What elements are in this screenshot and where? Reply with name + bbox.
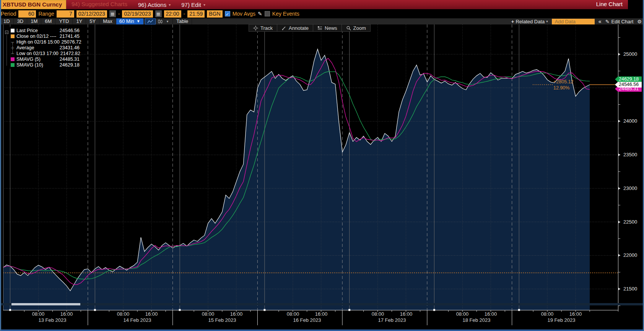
zoom-button[interactable]: Zoom — [342, 24, 371, 32]
legend-row-0[interactable]: Last Price24546.56 — [6, 28, 80, 33]
legend-collapse-icon[interactable]: – — [5, 31, 8, 34]
chart-region: – Last Price24546.56Close on 02/12 ----2… — [0, 24, 644, 331]
calendar-icon[interactable]: ▦ — [109, 10, 116, 17]
security-ticker-tab[interactable]: XBTUSD BGN Curncy — [0, 0, 66, 9]
period-input[interactable]: 60 — [18, 10, 36, 18]
y-axis-tick-arrow — [618, 120, 620, 123]
range-buttons: 1D3D1M6MYTD1Y5YMax — [0, 18, 116, 24]
pencil-icon: ✎ — [605, 19, 610, 24]
key-events-checkbox[interactable] — [265, 11, 270, 16]
suggested-charts-tab[interactable]: 94) Suggested Charts — [66, 0, 133, 9]
date-to-input[interactable]: 02/19/2023 — [122, 10, 153, 18]
range-button-5y[interactable]: 5Y — [86, 18, 99, 24]
legend-label: High on 02/16 15:00 — [16, 39, 60, 45]
x-axis-time-label: 16:00 — [145, 311, 158, 317]
range-button-1y[interactable]: 1Y — [73, 18, 86, 24]
x-axis-time-label: 16:00 — [230, 311, 243, 317]
edit-chart-label: Edit Chart — [611, 19, 634, 24]
legend-row-6[interactable]: SMAVG (10)24629.18 — [6, 62, 80, 68]
actions-menu[interactable]: 96) Actions ▾ — [133, 0, 176, 9]
x-axis-time-label: 08:00 — [541, 311, 554, 317]
y-axis-tick-arrow — [618, 254, 620, 257]
legend-row-4[interactable]: ┴Low on 02/13 17:0021472.82 — [6, 50, 80, 56]
y-axis-label: 23500 — [623, 152, 637, 157]
table-button[interactable]: Table — [172, 18, 192, 24]
y-axis-label: 22500 — [623, 219, 637, 225]
change-annotation: +2805.12 — [553, 79, 573, 84]
y-axis-tick-arrow — [618, 53, 620, 56]
line-chart-type-button[interactable] — [145, 18, 156, 24]
range-button-3d[interactable]: 3D — [14, 18, 28, 24]
x-axis-date-label: 16 Feb 2023 — [293, 317, 321, 323]
scrollbar-thumb[interactable] — [11, 303, 80, 305]
legend-value: 24546.56 — [60, 28, 80, 33]
legend-row-1[interactable]: Close on 02/12 ----21741.45 — [6, 33, 80, 39]
legend-swatch — [11, 63, 15, 67]
range-button-ytd[interactable]: YTD — [55, 18, 73, 24]
chart-type-more-dropdown[interactable]: ▾ — [165, 18, 171, 24]
edit-chart-button[interactable]: ✎ Edit Chart — [605, 19, 634, 24]
midnight-marker — [9, 309, 11, 311]
chart-view-label: Line Chart — [596, 0, 628, 9]
news-button[interactable]: News — [313, 24, 342, 32]
annotate-button[interactable]: Annotate — [277, 24, 313, 32]
horizontal-scrollbar[interactable] — [1, 303, 643, 305]
mov-avgs-checkbox[interactable]: ✓ — [225, 11, 230, 16]
line-chart-icon — [147, 19, 153, 24]
edit-menu[interactable]: 97) Edit ▾ — [176, 0, 211, 9]
x-axis-date-label: 18 Feb 2023 — [462, 317, 490, 323]
price-chart-canvas[interactable] — [3, 24, 641, 327]
legend-row-3[interactable]: ┼Average23431.46 — [6, 45, 80, 50]
x-axis-date-label: 15 Feb 2023 — [208, 317, 236, 323]
range-button-1d[interactable]: 1D — [0, 18, 14, 24]
y-axis-label: 25000 — [623, 51, 637, 57]
add-data-input[interactable]: Add Data — [552, 19, 595, 24]
time-from-input[interactable]: 22:00 — [164, 10, 181, 18]
legend-value: 24485.31 — [60, 57, 80, 62]
chart-legend: – Last Price24546.56Close on 02/12 ----2… — [5, 27, 81, 69]
chart-settings-gear-icon[interactable]: ⚙ — [637, 19, 642, 24]
midnight-marker — [433, 309, 435, 311]
period-label: Period — [1, 11, 16, 17]
collapse-panel-icon[interactable]: « — [598, 18, 602, 24]
candle-chart-type-button[interactable] — [156, 18, 165, 24]
mov-avgs-label: Mov Avgs — [233, 11, 255, 17]
legend-row-2[interactable]: ┬High on 02/16 15:0025076.72 — [6, 39, 80, 45]
price-source-field[interactable]: BGN — [207, 10, 222, 18]
calendar-icon[interactable]: ▦ — [155, 10, 162, 17]
legend-tree-line — [7, 35, 7, 66]
range-button-6m[interactable]: 6M — [41, 18, 55, 24]
legend-marker-icon: ┬ — [11, 40, 15, 44]
x-axis-date-label: 19 Feb 2023 — [547, 317, 575, 323]
y-axis-tick-arrow — [618, 287, 620, 290]
chart-floating-toolbar: TrackAnnotateNewsZoom — [249, 24, 371, 32]
toolbar-right-cluster: + Related Data ▾ Add Data « ✎ Edit Chart… — [511, 18, 644, 24]
x-axis-time-label: 08:00 — [456, 311, 469, 317]
interval-value: 60 Min — [119, 18, 134, 24]
range-input[interactable]: 7 — [57, 10, 74, 18]
range-button-max[interactable]: Max — [99, 18, 116, 24]
track-button[interactable]: Track — [249, 24, 277, 32]
range-button-1m[interactable]: 1M — [27, 18, 41, 24]
x-axis-date-label: 13 Feb 2023 — [38, 317, 66, 323]
window-border-bottom — [0, 329, 644, 331]
time-separator: - — [184, 11, 185, 17]
time-to-input[interactable]: 21:59 — [187, 10, 205, 18]
range-label: Range — [38, 11, 54, 17]
mov-avgs-edit-pencil-icon[interactable]: ✎ — [258, 11, 262, 17]
interval-dropdown[interactable]: 60 Min ▼ — [116, 18, 143, 24]
legend-value: 21472.82 — [60, 51, 80, 56]
legend-value: 23431.46 — [60, 45, 80, 50]
related-data-label: Related Data — [516, 19, 545, 24]
edit-menu-label: 97) Edit — [181, 2, 201, 8]
bloomberg-terminal-window: XBTUSD BGN Curncy 94) Suggested Charts 9… — [0, 0, 644, 331]
related-data-button[interactable]: + Related Data ▾ — [511, 19, 548, 24]
legend-value: 25076.72 — [62, 39, 81, 45]
date-from-input[interactable]: 02/12/2023 — [76, 10, 107, 18]
x-axis-time-label: 16:00 — [485, 311, 497, 317]
legend-label: Average — [16, 45, 34, 50]
legend-row-5[interactable]: SMAVG (5)24485.31 — [6, 56, 80, 62]
legend-label: Close on 02/12 ---- — [16, 34, 56, 39]
legend-label: Low on 02/13 17:00 — [16, 51, 59, 56]
legend-marker-icon: ┴ — [11, 52, 15, 55]
